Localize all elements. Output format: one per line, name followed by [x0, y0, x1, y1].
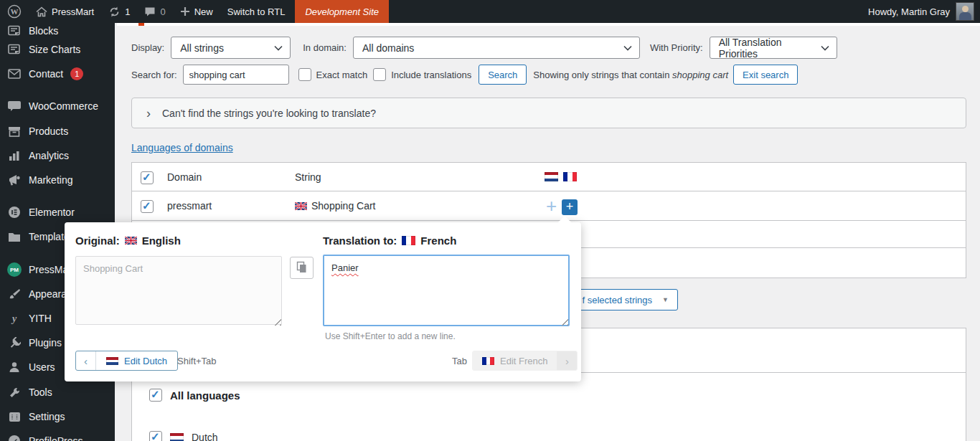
- sidebar-item-settings[interactable]: Settings: [0, 404, 115, 429]
- uk-flag-icon: [125, 237, 137, 245]
- domain-filter-value: All domains: [362, 42, 414, 54]
- sidebar-item-elementor[interactable]: Elementor: [0, 200, 115, 224]
- french-flag-icon: [402, 236, 415, 245]
- notice-accent: [138, 23, 144, 26]
- avatar[interactable]: [956, 2, 974, 21]
- howdy-label[interactable]: Howdy, Martin Gray: [868, 6, 950, 17]
- wordpress-logo-icon: W: [7, 4, 22, 19]
- add-french-translation-icon[interactable]: +: [562, 199, 578, 215]
- include-translations-checkbox[interactable]: [373, 68, 386, 81]
- string-column-header: String: [295, 171, 321, 183]
- edit-dutch-button[interactable]: ‹ Edit Dutch: [75, 351, 178, 371]
- translation-header: Translation to: French: [323, 234, 456, 247]
- sidebar-item-profilepress[interactable]: ProfilePress: [0, 429, 115, 441]
- dutch-label: Dutch: [192, 432, 218, 441]
- languages-of-domains-link[interactable]: Languages of domains: [131, 142, 233, 153]
- select-all-checkbox[interactable]: [141, 171, 154, 184]
- display-filter-select[interactable]: All strings: [171, 37, 291, 59]
- brush-icon: [7, 287, 22, 301]
- cant-find-strings-accordion[interactable]: › Can't find the strings you're looking …: [131, 98, 966, 128]
- search-result-text: Showing only strings that contain shoppi…: [533, 70, 728, 80]
- exact-match-checkbox[interactable]: [298, 68, 311, 81]
- translation-text: Panier: [331, 262, 359, 273]
- chevron-down-icon: [623, 45, 632, 51]
- all-languages-label: All languages: [170, 389, 240, 402]
- language-columns: [545, 172, 577, 181]
- edit-french-button[interactable]: Edit French ›: [472, 351, 578, 371]
- user-icon: [7, 360, 22, 374]
- profilepress-icon: [7, 434, 22, 441]
- french-flag-icon: [563, 172, 577, 181]
- chevron-left-icon: ‹: [76, 351, 96, 370]
- woocommerce-icon: Woo: [7, 99, 22, 113]
- plugin-icon: [7, 336, 22, 350]
- next-shortcut-label: Tab: [452, 356, 467, 366]
- sidebar-item-label: Analytics: [29, 150, 69, 161]
- sidebar-item-tools[interactable]: Tools: [0, 380, 115, 404]
- sidebar-item-label: Blocks: [29, 25, 58, 37]
- priority-filter-value: All Translation Priorities: [719, 37, 821, 60]
- wordpress-logo[interactable]: W: [0, 0, 29, 23]
- yith-icon: y: [7, 311, 22, 326]
- sidebar-item-label: WooCommerce: [29, 100, 98, 112]
- analytics-icon: [7, 148, 22, 163]
- blocks-icon: [7, 24, 22, 38]
- chevron-right-icon: ›: [146, 107, 151, 120]
- table-row: pressmart Shopping Cart + +: [132, 191, 966, 221]
- contact-badge: 1: [70, 67, 83, 80]
- sidebar-item-marketing[interactable]: Marketing: [0, 168, 115, 192]
- dutch-checkbox[interactable]: [149, 431, 162, 441]
- include-translations-label: Include translations: [391, 70, 471, 80]
- search-label: Search for:: [131, 70, 177, 80]
- site-name-menu[interactable]: PressMart: [29, 0, 101, 23]
- table-header-row: Domain String: [132, 163, 966, 191]
- sidebar-item-label: Plugins: [29, 337, 62, 348]
- all-languages-row: All languages: [149, 389, 240, 402]
- sidebar-item-label: Contact: [29, 68, 63, 80]
- updates-count: 1: [125, 6, 130, 17]
- all-languages-checkbox[interactable]: [149, 389, 162, 402]
- updates-menu[interactable]: 1: [101, 0, 137, 23]
- original-header: Original: English: [75, 234, 181, 247]
- dutch-flag-icon: [106, 357, 118, 365]
- search-input[interactable]: [183, 65, 289, 85]
- sidebar-item-products[interactable]: Products: [0, 119, 115, 143]
- row-checkbox[interactable]: [141, 200, 154, 213]
- result-prefix: Showing only strings that contain: [533, 70, 669, 80]
- priority-filter-select[interactable]: All Translation Priorities: [710, 37, 837, 59]
- search-button[interactable]: Search: [479, 65, 527, 85]
- accordion-label: Can't find the strings you're looking to…: [162, 108, 376, 119]
- exact-match-label: Exact match: [316, 70, 368, 80]
- elementor-icon: [7, 205, 22, 219]
- display-filter-value: All strings: [180, 42, 224, 54]
- svg-text:Woo: Woo: [10, 103, 19, 108]
- comments-menu[interactable]: 0: [137, 0, 172, 23]
- plus-icon: [180, 6, 190, 16]
- translation-popup: Original: English Translation to: French…: [65, 222, 581, 381]
- updates-icon: [108, 6, 121, 18]
- comments-count: 0: [160, 6, 165, 17]
- uk-flag-icon: [295, 202, 307, 210]
- translation-textarea[interactable]: Panier: [323, 255, 570, 326]
- switch-to-rtl[interactable]: Switch to RTL: [220, 0, 293, 23]
- priority-filter-label: With Priority:: [650, 42, 703, 53]
- sidebar-item-contact[interactable]: Contact 1: [0, 62, 115, 86]
- scrolled-notice-strip: [117, 23, 980, 26]
- sidebar-item-label: ProfilePress: [29, 435, 83, 441]
- result-term: shopping cart: [672, 70, 728, 80]
- products-icon: [7, 124, 22, 138]
- translation-language: French: [420, 234, 456, 247]
- copy-original-button[interactable]: [290, 257, 314, 279]
- new-content-menu[interactable]: New: [173, 0, 220, 23]
- original-language: English: [142, 234, 181, 247]
- sidebar-item-label: Elementor: [29, 207, 75, 218]
- sidebar-item-woocommerce[interactable]: Woo WooCommerce: [0, 94, 115, 118]
- domain-filter-select[interactable]: All domains: [353, 37, 640, 59]
- sidebar-item-analytics[interactable]: Analytics: [0, 143, 115, 168]
- add-dutch-translation-icon[interactable]: +: [546, 196, 557, 216]
- domain-filter-label: In domain:: [303, 42, 347, 53]
- exit-search-button[interactable]: Exit search: [733, 65, 798, 85]
- svg-text:W: W: [11, 7, 19, 16]
- sidebar-item-size-charts[interactable]: Size Charts: [0, 37, 115, 62]
- size-charts-icon: [7, 42, 22, 57]
